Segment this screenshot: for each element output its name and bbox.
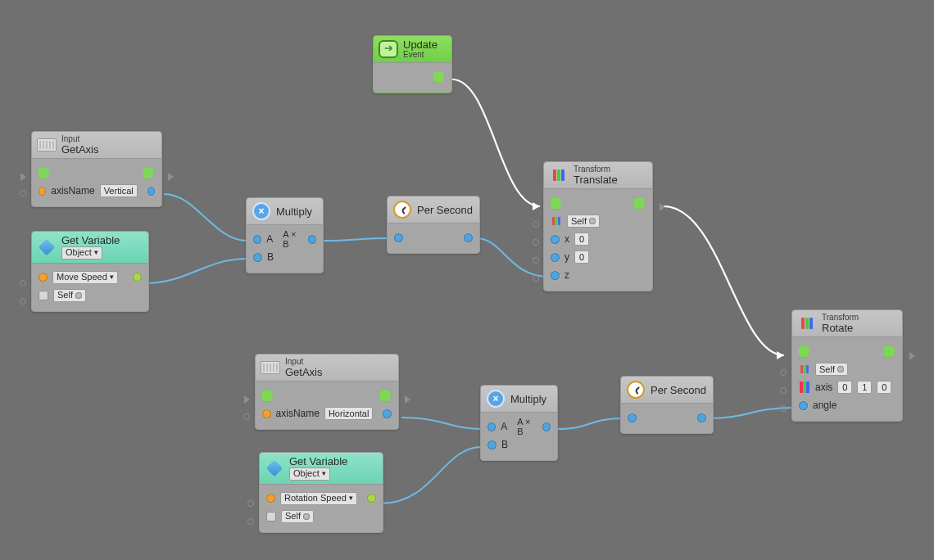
var-name-dropdown[interactable]: Rotation Speed▾	[280, 492, 357, 505]
node-header: Transform Rotate	[792, 310, 902, 337]
port-out[interactable]	[464, 233, 473, 242]
node-multiply-1[interactable]: × Multiply A A × B B	[246, 197, 324, 273]
rgb-icon	[799, 377, 810, 397]
node-title: Update	[403, 39, 438, 51]
exec-in[interactable]	[262, 390, 274, 401]
axis-y-field[interactable]: 1	[857, 381, 872, 394]
port-out[interactable]	[147, 187, 155, 196]
port-target[interactable]	[266, 512, 276, 522]
port-edge-icon	[533, 275, 539, 282]
port-out[interactable]	[697, 413, 706, 422]
node-title: Multiply	[510, 393, 546, 405]
port-a[interactable]	[487, 422, 496, 431]
exec-out[interactable]	[884, 345, 895, 357]
exec-in[interactable]	[39, 167, 50, 178]
node-getaxis-horizontal[interactable]: Input GetAxis axisName Horizontal	[255, 354, 399, 430]
port-b[interactable]	[253, 253, 262, 262]
port-y[interactable]	[551, 253, 560, 262]
node-update-event[interactable]: Update Event	[373, 35, 452, 93]
exec-edge-icon	[405, 395, 410, 404]
node-header: × Multiply	[481, 386, 557, 413]
port-name[interactable]	[266, 494, 275, 503]
node-header: Input GetAxis	[256, 355, 398, 382]
port-z[interactable]	[551, 271, 560, 280]
port-out[interactable]	[542, 422, 551, 431]
port-name[interactable]	[39, 273, 48, 282]
transform-icon	[549, 165, 569, 185]
node-header: Get Variable Object▾	[32, 232, 148, 264]
node-title: Get Variable	[61, 235, 120, 246]
port-edge-icon	[533, 221, 539, 228]
svg-marker-0	[533, 202, 540, 210]
axes-icon	[799, 359, 810, 379]
node-persecond-2[interactable]: Per Second	[620, 376, 714, 434]
node-header: Get Variable Object▾	[260, 453, 383, 485]
port-edge-icon	[533, 257, 539, 264]
exec-in[interactable]	[551, 197, 562, 209]
exec-edge-icon	[168, 173, 174, 181]
node-title: Rotate	[822, 323, 859, 334]
axis-name-field[interactable]: Horizontal	[324, 407, 374, 420]
port-out[interactable]	[383, 409, 392, 418]
exec-in[interactable]	[799, 345, 810, 357]
node-getvar-rotationspeed[interactable]: Get Variable Object▾ Rotation Speed▾ Sel…	[259, 452, 383, 533]
node-header: × Multiply	[247, 198, 323, 225]
port-out[interactable]	[367, 494, 376, 503]
port-a[interactable]	[253, 235, 261, 244]
node-header: Update Event	[374, 36, 451, 63]
target-dropdown[interactable]: Self	[567, 215, 600, 228]
y-field[interactable]: 0	[574, 251, 589, 264]
scope-dropdown[interactable]: Object▾	[289, 467, 330, 481]
node-header: Per Second	[388, 196, 479, 224]
port-angle[interactable]	[799, 401, 808, 410]
target-dropdown[interactable]: Self	[815, 363, 848, 376]
port-target[interactable]	[39, 291, 48, 300]
port-in[interactable]	[394, 233, 403, 242]
node-title: Get Variable	[289, 456, 347, 467]
node-multiply-2[interactable]: × Multiply A A × B B	[480, 385, 558, 461]
node-title: GetAxis	[285, 367, 323, 378]
node-title: GetAxis	[61, 144, 99, 156]
node-getvar-movespeed[interactable]: Get Variable Object▾ Move Speed▾ Self	[31, 231, 149, 312]
multiply-icon: ×	[252, 201, 271, 221]
port-b[interactable]	[487, 440, 496, 449]
exec-out[interactable]	[380, 390, 392, 401]
node-transform-translate[interactable]: Transform Translate Self x0 y0 z	[543, 161, 653, 291]
exec-out[interactable]	[433, 71, 445, 83]
node-getaxis-vertical[interactable]: Input GetAxis axisName Vertical	[31, 131, 162, 207]
keyboard-icon	[261, 358, 280, 377]
multiply-icon: ×	[486, 389, 506, 409]
exec-edge-icon	[244, 395, 250, 404]
target-dropdown[interactable]: Self	[53, 289, 86, 302]
node-super: Input	[61, 135, 99, 144]
port-out[interactable]	[133, 273, 142, 282]
node-super: Input	[285, 358, 323, 367]
target-dropdown[interactable]: Self	[281, 510, 314, 523]
port-x[interactable]	[551, 235, 560, 244]
axis-z-field[interactable]: 0	[877, 381, 891, 394]
port-in[interactable]	[262, 409, 271, 418]
exec-edge-icon	[909, 352, 915, 360]
node-super: Transform	[822, 314, 859, 323]
node-title: Translate	[574, 174, 618, 186]
node-persecond-1[interactable]: Per Second	[387, 196, 480, 254]
port-in[interactable]	[628, 413, 637, 422]
exec-out[interactable]	[634, 197, 646, 209]
port-out[interactable]	[308, 235, 316, 244]
node-title: Per Second	[651, 384, 706, 396]
axis-x-field[interactable]: 0	[837, 381, 852, 394]
transform-icon	[797, 314, 817, 333]
port-edge-icon	[780, 369, 787, 376]
param-label: axisName	[51, 185, 94, 196]
port-edge-icon	[780, 405, 787, 412]
x-field[interactable]: 0	[574, 233, 589, 246]
exec-out[interactable]	[143, 167, 155, 178]
var-name-dropdown[interactable]: Move Speed▾	[52, 271, 118, 284]
clock-icon	[626, 380, 646, 400]
node-transform-rotate[interactable]: Transform Rotate Self axis 0 1 0 angle	[791, 309, 903, 422]
axis-name-field[interactable]: Vertical	[100, 184, 138, 197]
node-title: Per Second	[417, 204, 473, 216]
event-icon	[379, 39, 398, 59]
port-in[interactable]	[39, 187, 46, 196]
scope-dropdown[interactable]: Object▾	[61, 246, 102, 260]
